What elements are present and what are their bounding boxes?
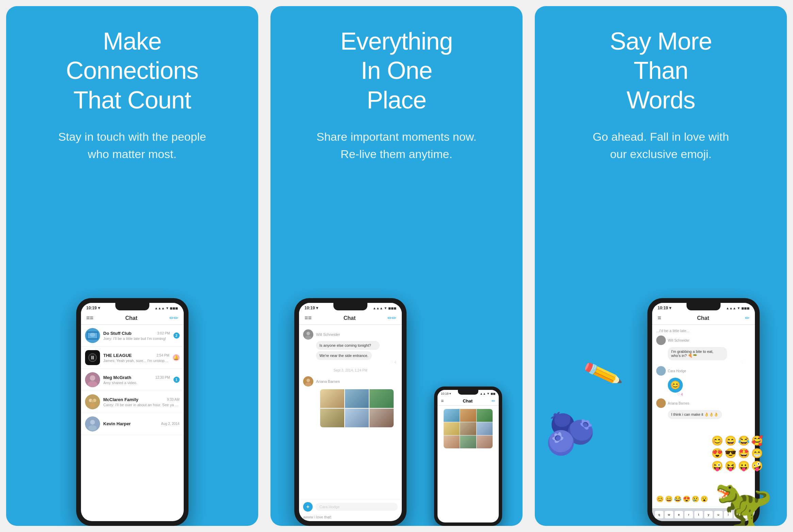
emoji-k5[interactable]: 😢 <box>692 495 699 503</box>
emoji-grid: 😊 😄 😂 🥰 😍 😎 🤩 😁 😜 😝 😛 🤪 <box>711 435 763 471</box>
name-will-3: Will Schneider <box>668 339 690 342</box>
msg-row-1: Is anyone else coming tonight? We're nea… <box>299 340 402 366</box>
edit-2s[interactable]: ✏ <box>492 398 495 404</box>
eg8: 😁 <box>751 448 763 459</box>
chat-item-meg[interactable]: Meg McGrath 12:30 PM Amy shared a video.… <box>81 369 184 391</box>
signal-icons-3: ▲▲▲ ▼ ◼◼◼ <box>726 306 749 310</box>
emoji-k1[interactable]: 😊 <box>656 495 664 503</box>
time-1: 10:19 ▾ <box>86 306 100 310</box>
photo-5 <box>345 409 369 427</box>
photo-6 <box>369 409 394 427</box>
status-bar-2s: 10:19 ▾ ▲▲ ▼ ◼◼ <box>437 390 499 396</box>
key-e[interactable]: e <box>675 511 683 518</box>
svg-point-8 <box>90 375 95 381</box>
chat-header-2: ≡ Chat ✏ <box>299 312 402 325</box>
key-t[interactable]: t <box>694 511 703 518</box>
eg4: 🥰 <box>751 435 763 446</box>
key-y[interactable]: y <box>704 511 713 518</box>
chat-preview-league: James: Yeah yeah, sure... I'm unstoppabl… <box>103 359 169 363</box>
svg-point-23 <box>305 382 311 387</box>
status-bar-1: 10:19 ▾ ▲▲▲ ▼ ◼◼◼ <box>81 303 184 312</box>
msg-bubble-will-2-wrap: We're near the side entrance. ♡ 4 <box>316 351 398 364</box>
eg12: 🤪 <box>751 460 763 471</box>
sp2 <box>460 409 476 422</box>
avatar-ariana-3 <box>656 398 666 408</box>
spacer-ariana <box>656 410 666 419</box>
msg-will-3-row: I'm grabbing a bite to eat, who's in? 🍕🥗… <box>652 346 755 365</box>
eg3: 😂 <box>738 435 750 446</box>
title-2s: Chat <box>463 398 473 404</box>
photo-grid-2 <box>316 388 398 429</box>
chat-input-area-2: + Cara Hodge <box>299 499 402 514</box>
truncated-msg: ...I'd be a little late... <box>652 327 755 334</box>
chat-time-mcclaren: 9:33 AM <box>167 398 180 401</box>
edit-icon-3[interactable]: ✏ <box>745 315 749 321</box>
menu-2s[interactable]: ≡ <box>441 398 444 404</box>
chat-item-kevin[interactable]: Kevin Harper Aug 2, 2014 <box>81 413 184 435</box>
key-r[interactable]: r <box>684 511 693 518</box>
chat-time-kevin: Aug 2, 2014 <box>161 422 180 426</box>
eg10: 😝 <box>725 460 737 471</box>
emoji-k3[interactable]: 😂 <box>674 495 681 503</box>
sp3 <box>477 409 493 422</box>
panel3-subtitle: Go ahead. Fall in love with our exclusiv… <box>593 128 729 163</box>
key-w[interactable]: w <box>665 511 673 518</box>
message-input-2[interactable]: Cara Hodge <box>315 503 398 511</box>
svg-point-13 <box>91 400 94 402</box>
svg-point-17 <box>88 425 97 431</box>
add-btn-2[interactable]: + <box>303 502 313 512</box>
msg-like-will: ♡ 4 <box>316 360 398 364</box>
messages-area-2: Will Schneider Is anyone else coming ton… <box>299 325 402 499</box>
chat-info-mcclaren: McClaren Family 9:33 AM Carey: I'll be o… <box>103 397 180 407</box>
chat-list-1: Do Stuff Club 3:02 PM Joey: I'll be a li… <box>81 325 184 521</box>
time-2: 10:19 ▾ <box>304 306 318 310</box>
panel2-phone-main: 10:19 ▾ ▲▲▲ ▼ ◼◼◼ ≡ Chat ✏ Will <box>294 298 407 526</box>
menu-icon-1[interactable]: ≡ <box>86 314 94 322</box>
name-cara-3: Cara Hodge <box>668 369 686 373</box>
chat-preview-dostuff: Joey: I'll be a little late but I'm comi… <box>103 337 170 341</box>
photo-grid-cells <box>320 389 394 427</box>
avatar-dostuff <box>85 328 100 343</box>
sender-ariana-3: Ariana Barnes <box>652 397 755 409</box>
menu-icon-3[interactable]: ≡ <box>658 314 661 322</box>
photo-4 <box>320 409 344 427</box>
key-q[interactable]: q <box>655 511 663 518</box>
eg7: 🤩 <box>738 448 750 459</box>
msg-timestamp: Sept 3, 2014, 1:24 PM <box>299 368 402 372</box>
chat-item-mcclaren[interactable]: McClaren Family 9:33 AM Carey: I'll be o… <box>81 391 184 413</box>
photo-1 <box>320 389 344 408</box>
time-2s: 10:19 ▾ <box>441 392 451 395</box>
emoji-k2[interactable]: 😄 <box>665 495 673 503</box>
panel2-subtitle: Share important moments now. Re-live the… <box>316 128 477 163</box>
cara-msg-row: 😊 ♡ 4 <box>652 377 755 397</box>
chat-name-meg: Meg McGrath <box>103 375 131 380</box>
panel2-screen: 10:19 ▾ ▲▲▲ ▼ ◼◼◼ ≡ Chat ✏ Will <box>299 303 402 521</box>
panel-saymore: Say More Than Words Go ahead. Fall in lo… <box>535 6 787 526</box>
sp1 <box>444 409 460 422</box>
chat-info-kevin: Kevin Harper Aug 2, 2014 <box>103 421 180 427</box>
panel1-phone: 10:19 ▾ ▲▲▲ ▼ ◼◼◼ ≡ Chat ✏ <box>76 298 188 526</box>
cara-like-3: ♡ 4 <box>668 393 683 396</box>
edit-icon-1[interactable]: ✏ <box>169 315 178 321</box>
chat-name-kevin: Kevin Harper <box>103 421 131 426</box>
status-bar-3: 10:19 ▾ ▲▲▲ ▼ ◼◼◼ <box>652 303 755 312</box>
chat-item-dostuff[interactable]: Do Stuff Club 3:02 PM Joey: I'll be a li… <box>81 325 184 347</box>
edit-icon-2[interactable]: ✏ <box>387 315 396 321</box>
emoji-k6[interactable]: 😮 <box>700 495 708 503</box>
eg9: 😜 <box>711 460 723 471</box>
chat-info-league: THE LEAGUE 2:54 PM James: Yeah yeah, sur… <box>103 353 169 363</box>
eg5: 😍 <box>711 448 723 459</box>
will-msg-content: I'm grabbing a bite to eat, who's in? 🍕🥗… <box>668 347 744 364</box>
emoji-k4[interactable]: 😍 <box>683 495 690 503</box>
ariana-msg-row: I think i can make it 👌👌👌 <box>652 409 755 420</box>
chat-item-league[interactable]: II THE LEAGUE 2:54 PM James: Yeah yeah, … <box>81 347 184 369</box>
menu-icon-2[interactable]: ≡ <box>304 314 312 322</box>
chat-info-dostuff: Do Stuff Club 3:02 PM Joey: I'll be a li… <box>103 331 170 341</box>
panel1-subtitle: Stay in touch with the people who matter… <box>58 128 206 163</box>
cara-emoji: 😊 <box>668 378 683 393</box>
chat-time-meg: 12:30 PM <box>155 376 170 379</box>
eg2: 😄 <box>725 435 737 446</box>
pencil-emoji: ✏️ <box>581 353 624 395</box>
avatar-will-3 <box>656 336 666 345</box>
msg-bubbles-will: Is anyone else coming tonight? We're nea… <box>316 341 398 364</box>
